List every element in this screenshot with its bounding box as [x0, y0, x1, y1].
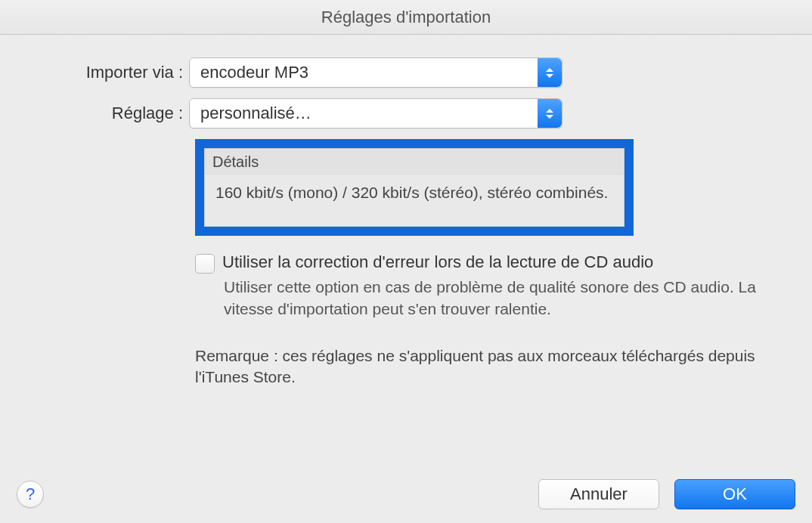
- error-correction-checkbox[interactable]: [195, 254, 215, 274]
- details-highlight: Détails 160 kbit/s (mono) / 320 kbit/s (…: [195, 139, 634, 236]
- help-icon: ?: [26, 484, 35, 504]
- dialog-content: Importer via : encodeur MP3 Réglage : pe…: [0, 35, 812, 388]
- import-via-row: Importer via : encodeur MP3: [15, 57, 797, 88]
- updown-icon: [538, 58, 562, 87]
- import-via-label: Importer via :: [15, 63, 189, 82]
- details-box: Détails 160 kbit/s (mono) / 320 kbit/s (…: [204, 148, 624, 227]
- ok-button-label: OK: [723, 484, 747, 504]
- details-body: 160 kbit/s (mono) / 320 kbit/s (stéréo),…: [205, 175, 624, 203]
- setting-value: personnalisé…: [190, 104, 538, 123]
- help-button[interactable]: ?: [17, 481, 44, 508]
- import-via-select[interactable]: encodeur MP3: [189, 57, 563, 88]
- error-correction-label: Utiliser la correction d'erreur lors de …: [222, 252, 653, 272]
- import-via-value: encodeur MP3: [190, 63, 538, 82]
- setting-select[interactable]: personnalisé…: [189, 98, 563, 128]
- note-text: Remarque : ces réglages ne s'appliquent …: [195, 345, 770, 388]
- error-correction-description: Utiliser cette option en cas de problème…: [224, 277, 768, 320]
- dialog-footer: ? Annuler OK: [0, 479, 812, 509]
- cancel-button-label: Annuler: [570, 484, 628, 504]
- window-title: Réglages d'importation: [0, 0, 812, 35]
- error-correction-row: Utiliser la correction d'erreur lors de …: [195, 252, 797, 274]
- ok-button[interactable]: OK: [674, 479, 795, 509]
- setting-row: Réglage : personnalisé…: [15, 98, 797, 128]
- updown-icon: [538, 99, 562, 128]
- cancel-button[interactable]: Annuler: [538, 479, 659, 509]
- setting-label: Réglage :: [15, 104, 189, 123]
- details-heading: Détails: [205, 149, 624, 175]
